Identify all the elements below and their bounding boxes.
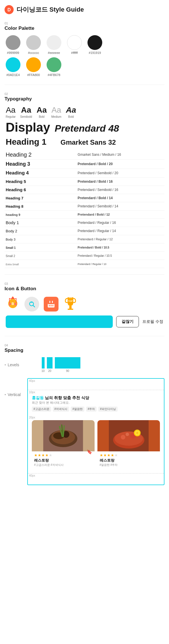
heading-row-4: Heading 4 Pretendard / Semibold / 20 (5, 169, 164, 177)
star-1-1: ★ (34, 453, 37, 457)
heading-row-2: Heading 2 Gmarket Sans / Medium / 16 (5, 150, 164, 160)
restaurant-name-2: 레스토랑 (100, 458, 158, 463)
heading9-label: heading 9 (6, 213, 20, 216)
card-title-area: 홍길동 님의 취향 맞춤 추천 식당 (32, 395, 160, 401)
heading8-label: Heading 8 (6, 204, 23, 209)
heading7-desc: Pretendard / Bold / 14 (78, 196, 112, 200)
card-title-suffix: 님의 취향 맞춤 추천 식당 (45, 395, 89, 400)
search-badge-icon (24, 297, 39, 312)
tags-row: #고급스러운 #저녁식사 #깔끔한 #주차 #파인다이닝 (32, 407, 160, 412)
heading5-desc: Pretendard / Bold / 16 (78, 180, 112, 184)
outline-button[interactable]: 같잖기 (116, 316, 139, 327)
heading-row-5: Heading 5 Pretendard / Bold / 16 (5, 177, 164, 186)
body1-desc: Pretendard / Regular / 16 (78, 221, 116, 225)
section-number-02: 02 (5, 92, 164, 96)
svg-text:TOP: TOP (68, 300, 73, 302)
star-2-1: ★ (100, 453, 103, 457)
section-spacing: 04 Spacing • Levels 10 20 90 • Vertical (0, 339, 169, 487)
section-title-typography: Typography (5, 96, 164, 102)
bar-label-20: 20 (48, 369, 51, 372)
color-label-ccc: #cccccc (28, 51, 39, 54)
svg-text:D: D (7, 7, 11, 12)
divider-3 (5, 336, 164, 336)
svg-rect-14 (68, 309, 73, 310)
levels-row: • Levels 10 20 90 (5, 357, 164, 372)
heading-table: Heading 2 Gmarket Sans / Medium / 16 Hea… (5, 150, 164, 268)
section-number-03: 03 (5, 282, 164, 285)
restaurant-card-2: ★ ★ ★ ★ ★ 레스토랑 #깔끔한 #주차 (97, 420, 160, 469)
heading6-desc: Pretendard / Semibold / 16 (78, 188, 118, 192)
color-swatch-orange (26, 57, 41, 72)
stars-row-2: ★ ★ ★ ★ ★ (100, 453, 158, 457)
color-label-eee: #eeeeee (48, 51, 60, 54)
vertical-section: • Vertical 40px 10px 홍길동 님의 취향 맞춤 추천 식당 … (5, 378, 164, 485)
bar-20 (47, 357, 53, 369)
small2-desc: Pretendard / Regular / 10.5 (78, 254, 112, 257)
small1-desc: Pretendard / Bold / 10.5 (78, 246, 109, 249)
type-sample-semibold: Aa (21, 106, 31, 115)
body1-label: Body 1 (6, 220, 19, 225)
label-20px: 20px (29, 416, 35, 419)
star-2-5: ★ (114, 453, 118, 457)
star-2-4: ★ (111, 453, 114, 457)
section-icon-button: 03 Icon & Button B (0, 277, 169, 333)
heading4-desc: Pretendard / Semibold / 20 (78, 171, 118, 175)
heading7-label: Heading 7 (6, 196, 23, 200)
label-10px: 10px (29, 391, 35, 394)
heading2-desc: Gmarket Sans / Medium / 16 (78, 153, 121, 157)
type-label-bold2: Bold (68, 115, 74, 118)
levels-label-group: • Levels (5, 363, 27, 367)
type-sample-bold2: Aa (66, 106, 76, 115)
text-button[interactable]: 프로필 수정 (142, 319, 163, 324)
bookmark-icon-1[interactable]: 🔖 (87, 449, 92, 454)
bullet-vertical: • (5, 392, 6, 397)
card-subtitle: 최근 찾아 본 해시태그예요. (32, 401, 160, 405)
body-row-3: Body 3 Pretendard / Regular / 12 (5, 235, 164, 243)
star-2-3: ★ (107, 453, 110, 457)
svg-rect-12 (52, 305, 53, 306)
svg-line-5 (33, 305, 35, 307)
primary-button[interactable] (6, 315, 113, 328)
color-label-orange: #FFA800 (27, 73, 40, 77)
type-item-regular: Aa Regular (6, 106, 16, 118)
type-item-semibold: Aa Semibold (20, 106, 32, 118)
restaurant-info-2: ★ ★ ★ ★ ★ 레스토랑 #깔끔한 #주차 (97, 451, 160, 469)
color-swatch-eee (47, 35, 61, 50)
medal-badge-icon: B (6, 296, 20, 313)
color-item-ccc: #cccccc (26, 35, 41, 54)
color-item-orange: #FFA800 (26, 57, 41, 77)
color-item-191: #191919 (87, 35, 102, 54)
svg-rect-7 (48, 302, 55, 304)
heading3-desc: Pretendard / Bold / 20 (78, 162, 112, 166)
color-label-green: #4FB678 (48, 73, 60, 77)
level-bar-20: 20 (47, 357, 53, 372)
bar-label-10: 10 (41, 369, 45, 372)
star-2-2: ★ (103, 453, 107, 457)
body2-label: Body 2 (6, 229, 17, 233)
header-title: 다이닝코드 Style Guide (16, 5, 84, 14)
type-weight-row: Aa Regular Aa Semibold Aa Bold Aa Medium… (5, 106, 164, 118)
color-label-fff: #ffffff (71, 51, 78, 54)
body-row-1: Body 1 Pretendard / Regular / 16 (5, 218, 164, 227)
vertical-label-group: • Vertical (5, 378, 27, 397)
heading2-label: Heading 2 (6, 151, 32, 158)
color-label-999: #999999 (7, 51, 19, 54)
type-label-regular: Regular (6, 115, 16, 118)
svg-point-28 (121, 435, 125, 439)
section-title-icon: Icon & Button (5, 286, 164, 292)
star-1-2: ★ (38, 453, 41, 457)
heading-row-8: Heading 8 Pretendard / Semibold / 14 (5, 202, 164, 210)
star-1-5: ★ (49, 453, 52, 457)
tag-4: #주차 (86, 407, 97, 412)
body3-desc: Pretendard / Regular / 12 (78, 237, 113, 241)
display-row: Display Pretendard 48 (6, 121, 163, 134)
bar-10 (42, 357, 45, 369)
bar-label-90: 90 (66, 369, 69, 372)
btn-row: 같잖기 프로필 수정 (6, 315, 163, 328)
color-swatch-999 (6, 35, 20, 50)
color-swatch-green (47, 57, 61, 72)
tag-1: #고급스러운 (32, 407, 51, 412)
star-1-3: ★ (41, 453, 45, 457)
xsmall-label: Extra Small (6, 263, 19, 266)
label-40px-bottom: 40px (29, 474, 35, 477)
